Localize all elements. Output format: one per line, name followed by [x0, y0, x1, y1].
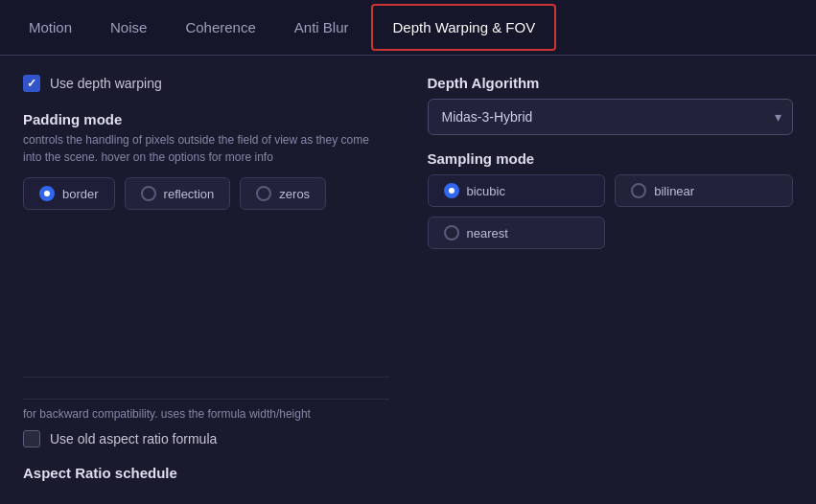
check-icon: ✓ — [27, 77, 36, 90]
use-old-formula-row[interactable]: Use old aspect ratio formula — [23, 430, 389, 447]
tab-bar: Motion Noise Coherence Anti Blur Depth W… — [0, 0, 816, 56]
tab-anti-blur[interactable]: Anti Blur — [275, 6, 368, 49]
use-old-formula-label: Use old aspect ratio formula — [50, 431, 217, 447]
sampling-mode-label: Sampling mode — [428, 150, 794, 167]
use-depth-warping-label: Use depth warping — [50, 76, 162, 91]
bicubic-radio-dot — [444, 183, 459, 198]
border-label: border — [62, 187, 99, 201]
padding-mode-section: Padding mode controls the handling of pi… — [23, 111, 389, 210]
bilinear-radio-dot — [631, 183, 646, 198]
padding-option-zeros[interactable]: zeros — [240, 177, 326, 210]
padding-option-reflection[interactable]: reflection — [125, 177, 231, 210]
sampling-option-bilinear[interactable]: bilinear — [615, 174, 793, 207]
sampling-mode-section: Sampling mode bicubic bilinear nearest — [428, 150, 794, 249]
main-content: ✓ Use depth warping Padding mode control… — [0, 56, 816, 500]
bilinear-label: bilinear — [654, 184, 694, 198]
bottom-section: for backward compatibility. uses the for… — [23, 373, 389, 481]
left-panel: ✓ Use depth warping Padding mode control… — [23, 75, 389, 481]
divider — [23, 377, 389, 378]
border-radio-dot — [39, 186, 55, 201]
tab-noise[interactable]: Noise — [91, 6, 166, 49]
nearest-radio-dot — [444, 225, 459, 241]
padding-option-border[interactable]: border — [23, 177, 115, 210]
sampling-option-bicubic[interactable]: bicubic — [428, 174, 606, 207]
use-old-formula-checkbox[interactable] — [23, 430, 40, 447]
padding-mode-desc: controls the handling of pixels outside … — [23, 131, 389, 166]
right-panel: Depth Algorithm Midas-3-Hybrid AdaBins L… — [428, 75, 794, 481]
sampling-option-nearest[interactable]: nearest — [428, 217, 606, 249]
reflection-radio-dot — [141, 186, 156, 201]
depth-algorithm-select[interactable]: Midas-3-Hybrid AdaBins LeReS ZoeDepth — [428, 99, 794, 135]
zeros-label: zeros — [279, 187, 310, 201]
padding-radio-group: border reflection zeros — [23, 177, 389, 210]
bicubic-label: bicubic — [467, 184, 505, 198]
aspect-ratio-schedule-label: Aspect Ratio schedule — [23, 465, 389, 481]
use-depth-warping-row[interactable]: ✓ Use depth warping — [23, 75, 389, 92]
nearest-label: nearest — [467, 226, 508, 241]
reflection-label: reflection — [164, 187, 215, 201]
padding-mode-title: Padding mode — [23, 111, 389, 127]
depth-algorithm-label: Depth Algorithm — [428, 75, 794, 91]
zeros-radio-dot — [256, 186, 271, 201]
tab-motion[interactable]: Motion — [10, 6, 91, 49]
depth-algorithm-select-wrapper: Midas-3-Hybrid AdaBins LeReS ZoeDepth ▾ — [428, 99, 794, 135]
compat-note: for backward compatibility. uses the for… — [23, 399, 389, 421]
tab-depth-warping[interactable]: Depth Warping & FOV — [371, 4, 556, 51]
tab-coherence[interactable]: Coherence — [166, 6, 274, 49]
depth-algorithm-section: Depth Algorithm Midas-3-Hybrid AdaBins L… — [428, 75, 794, 135]
use-depth-warping-checkbox[interactable]: ✓ — [23, 75, 40, 92]
sampling-radio-group: bicubic bilinear nearest — [428, 174, 794, 249]
